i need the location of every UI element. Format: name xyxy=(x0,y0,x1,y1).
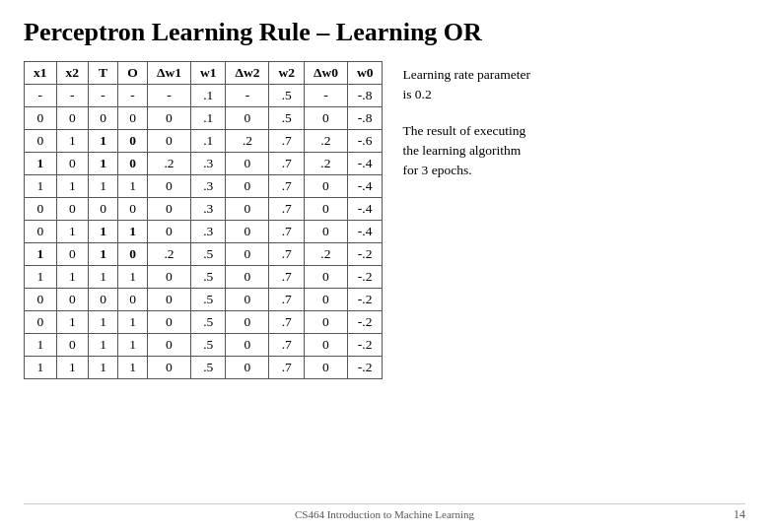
note-learning-rate-line1: Learning rate parameter xyxy=(402,67,530,82)
table-row: 00000.50.70-.2 xyxy=(25,289,383,311)
col-x1: x1 xyxy=(25,62,57,85)
table-row: 11110.30.70-.4 xyxy=(25,175,383,198)
table-row: 00000.30.70-.4 xyxy=(25,198,383,221)
table-row: 01100.1.2.7.2-.6 xyxy=(25,130,383,153)
table-row: 10110.50.70-.2 xyxy=(25,334,383,357)
col-w2: w2 xyxy=(269,62,305,85)
table-row: 1010.2.30.7.2-.4 xyxy=(25,153,383,175)
perceptron-table: x1 x2 T O Δw1 w1 Δw2 w2 Δw0 w0 -----.1-.… xyxy=(24,61,383,379)
page-title: Perceptron Learning Rule – Learning OR xyxy=(24,18,745,47)
content-area: x1 x2 T O Δw1 w1 Δw2 w2 Δw0 w0 -----.1-.… xyxy=(24,61,745,498)
col-w0: w0 xyxy=(347,62,383,85)
note-result-line3: for 3 epochs. xyxy=(402,163,471,177)
note-result-line1: The result of executing xyxy=(402,123,525,138)
table-row: 11110.50.70-.2 xyxy=(25,357,383,379)
table-row: 11110.50.70-.2 xyxy=(25,266,383,289)
table-header-row: x1 x2 T O Δw1 w1 Δw2 w2 Δw0 w0 xyxy=(25,62,383,85)
col-O: O xyxy=(118,62,148,85)
table-row: 01110.30.70-.4 xyxy=(25,221,383,243)
page: Perceptron Learning Rule – Learning OR x… xyxy=(0,0,769,532)
table-row: -----.1-.5--.8 xyxy=(25,85,383,107)
table-area: x1 x2 T O Δw1 w1 Δw2 w2 Δw0 w0 -----.1-.… xyxy=(24,61,383,498)
col-dw1: Δw1 xyxy=(148,62,191,85)
table-row: 00000.10.50-.8 xyxy=(25,107,383,130)
note-learning-rate-line2: is 0.2 xyxy=(402,87,431,101)
note-learning-rate: Learning rate parameter is 0.2 xyxy=(402,65,745,105)
col-w1: w1 xyxy=(190,62,226,85)
col-x2: x2 xyxy=(56,62,89,85)
page-number: 14 xyxy=(734,507,745,522)
note-result: The result of executing the learning alg… xyxy=(402,121,745,181)
note-result-line2: the learning algorithm xyxy=(402,143,521,158)
col-dw2: Δw2 xyxy=(226,62,269,85)
sidebar: Learning rate parameter is 0.2 The resul… xyxy=(402,61,745,498)
table-row: 1010.2.50.7.2-.2 xyxy=(25,243,383,266)
col-T: T xyxy=(89,62,118,85)
footer: CS464 Introduction to Machine Learning xyxy=(24,503,745,520)
col-dw0: Δw0 xyxy=(304,62,347,85)
footer-text: CS464 Introduction to Machine Learning xyxy=(295,508,474,520)
table-row: 01110.50.70-.2 xyxy=(25,311,383,334)
